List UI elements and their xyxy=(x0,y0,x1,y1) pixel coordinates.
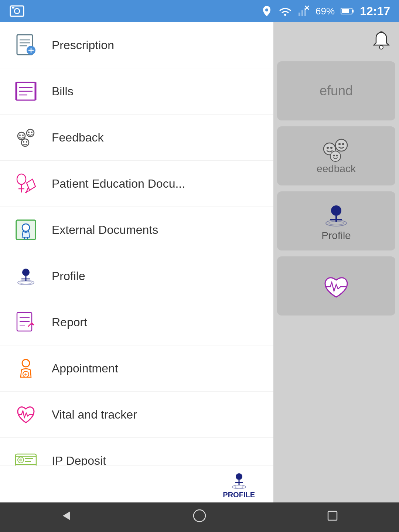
svg-point-4 xyxy=(284,14,286,16)
bills-label: Bills xyxy=(52,85,74,98)
feedback-label: Feedback xyxy=(52,131,104,144)
drawer-item-bills[interactable]: Bills xyxy=(0,68,273,115)
external-documents-label: External Documents xyxy=(52,223,158,237)
photo-icon xyxy=(9,3,25,19)
recent-button[interactable] xyxy=(314,505,351,530)
svg-point-74 xyxy=(342,143,344,145)
drawer-item-report[interactable]: Report xyxy=(0,299,273,345)
vital-tracker-label: Vital and tracker xyxy=(52,408,137,422)
prescription-label: Prescription xyxy=(52,38,114,52)
status-bar: 69% 12:17 xyxy=(0,0,399,22)
battery-icon xyxy=(341,7,354,15)
profile-bottom-icon xyxy=(230,470,248,491)
signal-icon xyxy=(298,5,310,17)
svg-point-84 xyxy=(235,486,243,488)
svg-line-36 xyxy=(26,188,28,193)
profile-tab-label: PROFILE xyxy=(223,491,255,499)
home-button[interactable] xyxy=(181,505,218,530)
svg-point-68 xyxy=(379,45,383,49)
svg-rect-12 xyxy=(352,10,354,13)
prescription-icon xyxy=(11,30,41,60)
drawer-item-patient-education[interactable]: Patient Education Docu... xyxy=(0,161,273,207)
svg-rect-2 xyxy=(12,7,14,8)
svg-point-26 xyxy=(22,134,24,136)
status-time: 12:17 xyxy=(360,4,390,18)
svg-point-85 xyxy=(236,473,242,480)
profile-bg-text: Profile xyxy=(321,230,351,242)
notification-area xyxy=(273,26,399,50)
svg-point-76 xyxy=(333,155,335,157)
drawer-item-appointment[interactable]: Appointment xyxy=(0,345,273,392)
svg-point-45 xyxy=(20,281,32,284)
vital-bg-card xyxy=(277,256,395,316)
drawer-item-external-documents[interactable]: External Documents xyxy=(0,207,273,253)
svg-rect-90 xyxy=(328,511,337,520)
status-bar-left xyxy=(9,3,25,19)
report-label: Report xyxy=(52,316,87,329)
svg-point-1 xyxy=(14,8,20,14)
bell-icon[interactable] xyxy=(371,30,392,50)
svg-point-25 xyxy=(19,134,21,136)
svg-marker-88 xyxy=(63,511,70,520)
refund-bg-card: efund xyxy=(277,61,395,120)
bg-panel: efund eedback xyxy=(273,22,399,502)
svg-point-72 xyxy=(335,139,347,151)
profile-drawer-icon xyxy=(11,261,41,291)
main-layout: Prescription Bills xyxy=(0,22,399,502)
profile-label: Profile xyxy=(52,269,85,283)
vital-tracker-icon xyxy=(11,400,41,429)
feedback-bg-text: eedback xyxy=(317,163,356,175)
android-nav-bar xyxy=(0,502,399,532)
battery-percent: 69% xyxy=(316,6,335,17)
feedback-bg-icon xyxy=(321,137,351,163)
external-documents-icon xyxy=(11,215,41,245)
drawer-menu: Prescription Bills xyxy=(0,22,273,502)
drawer-item-profile[interactable]: Profile xyxy=(0,253,273,299)
svg-point-73 xyxy=(338,143,341,145)
vital-bg-icon xyxy=(321,273,351,299)
drawer-item-feedback[interactable]: Feedback xyxy=(0,115,273,161)
profile-bg-card: Profile xyxy=(277,191,395,250)
svg-point-77 xyxy=(336,155,338,157)
svg-point-46 xyxy=(22,269,30,276)
feedback-icon xyxy=(11,123,41,152)
svg-rect-6 xyxy=(301,10,303,16)
drawer-item-vital-tracker[interactable]: Vital and tracker xyxy=(0,392,273,438)
appointment-icon xyxy=(11,354,41,383)
svg-rect-5 xyxy=(299,13,300,16)
svg-point-40 xyxy=(22,224,30,231)
back-button[interactable] xyxy=(48,505,85,530)
feedback-bg-card: eedback xyxy=(277,126,395,185)
svg-point-89 xyxy=(194,510,205,522)
app-bottom-bar: PROFILE xyxy=(0,466,273,502)
bills-icon xyxy=(11,76,41,106)
patient-education-icon xyxy=(11,169,41,198)
svg-point-31 xyxy=(23,141,24,143)
wifi-icon xyxy=(279,6,292,16)
location-icon xyxy=(261,5,273,17)
patient-education-label: Patient Education Docu... xyxy=(52,177,185,191)
svg-point-29 xyxy=(31,132,33,133)
svg-point-79 xyxy=(329,221,344,225)
svg-point-61 xyxy=(19,458,22,461)
svg-point-75 xyxy=(330,151,341,161)
svg-point-71 xyxy=(330,147,332,149)
svg-point-32 xyxy=(26,141,27,143)
svg-point-80 xyxy=(331,205,341,216)
svg-line-37 xyxy=(25,190,30,192)
drawer-item-prescription[interactable]: Prescription xyxy=(0,22,273,68)
profile-bg-icon xyxy=(321,200,351,230)
refund-text: efund xyxy=(320,83,353,99)
report-icon xyxy=(11,307,41,337)
svg-point-53 xyxy=(32,324,33,325)
appointment-label: Appointment xyxy=(52,362,118,375)
svg-point-70 xyxy=(327,147,329,149)
profile-tab-bottom[interactable]: PROFILE xyxy=(212,470,266,499)
svg-rect-11 xyxy=(342,9,349,13)
svg-point-33 xyxy=(17,174,26,184)
svg-point-28 xyxy=(28,132,30,133)
svg-point-3 xyxy=(265,8,268,11)
status-bar-right: 69% 12:17 xyxy=(261,4,390,18)
